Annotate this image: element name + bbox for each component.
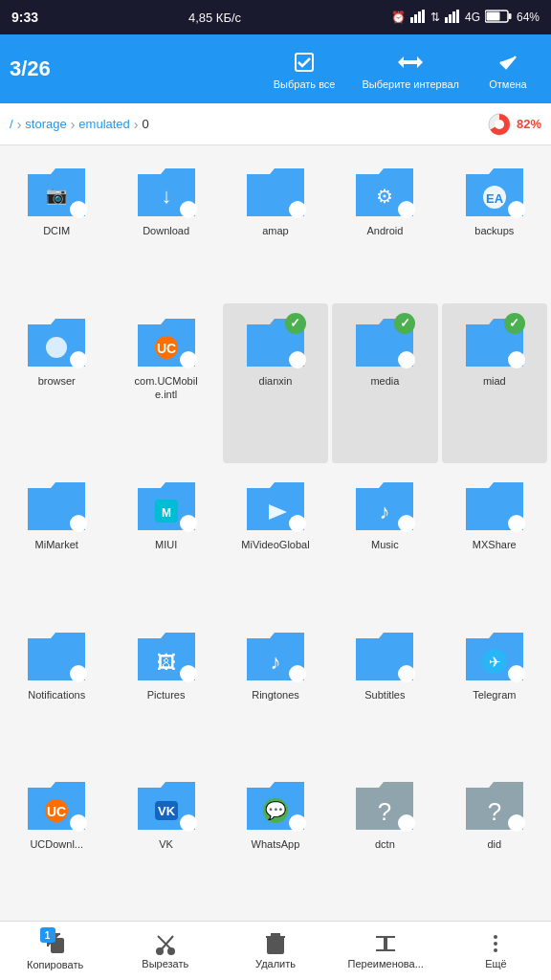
select-radio: [508, 351, 525, 368]
folder-item-browser[interactable]: browser: [4, 303, 109, 463]
copy-icon-wrap: 1: [44, 931, 67, 956]
breadcrumb-storage[interactable]: storage: [25, 117, 66, 131]
folder-label: UCDownl...: [30, 837, 83, 851]
folder-item-did[interactable]: ? did: [442, 767, 547, 913]
more-button[interactable]: Ещё: [441, 926, 551, 975]
network-speed: 4,85 КБ/с: [188, 11, 241, 25]
folder-item-dianxin[interactable]: dianxin: [223, 303, 328, 463]
svg-text:✈: ✈: [488, 654, 500, 670]
svg-rect-4: [445, 17, 448, 23]
action-bar: 3/26 Выбрать все Выберите интервал Отмен…: [0, 34, 551, 103]
svg-text:UC: UC: [156, 341, 175, 356]
svg-point-13: [495, 120, 504, 129]
storage-badge: 82%: [487, 112, 541, 137]
folder-label: MiVideoGlobal: [241, 538, 309, 551]
storage-pie-icon: [487, 112, 512, 137]
select-radio: [398, 665, 415, 682]
folder-label: Ringtones: [252, 688, 299, 702]
bottom-toolbar: 1 Копировать Вырезать Удалить: [0, 921, 551, 980]
svg-point-52: [494, 935, 497, 939]
action-buttons: Выбрать все Выберите интервал Отмена: [77, 43, 541, 96]
folder-wrap: ?: [462, 774, 527, 834]
folder-label: Telegram: [473, 688, 516, 702]
svg-text:📷: 📷: [46, 185, 68, 206]
delete-icon: [265, 932, 286, 955]
folder-label: Pictures: [147, 688, 186, 702]
folder-label: MIUI: [155, 538, 177, 551]
folder-item-dctn[interactable]: ? dctn: [332, 767, 437, 913]
folder-wrap: [24, 625, 89, 684]
select-radio: [180, 665, 197, 682]
rename-label: Переименова...: [348, 958, 424, 969]
folder-wrap: VK: [134, 774, 199, 834]
folder-item-pictures[interactable]: 🖼 Pictures: [113, 617, 218, 764]
breadcrumb-root[interactable]: /: [10, 117, 13, 131]
folder-wrap: 📷: [24, 161, 89, 220]
copy-button[interactable]: 1 Копировать: [0, 925, 110, 976]
folder-item-notifications[interactable]: Notifications: [4, 617, 109, 764]
folder-item-mivideoglobal[interactable]: MiVideoGlobal: [223, 467, 328, 613]
select-radio: [289, 515, 306, 532]
folder-wrap: [462, 475, 527, 534]
status-time: 9:33: [11, 10, 38, 25]
cut-button[interactable]: Вырезать: [110, 926, 220, 975]
svg-point-19: [46, 337, 67, 358]
svg-point-53: [494, 942, 497, 946]
rename-button[interactable]: Переименова...: [331, 926, 441, 975]
delete-button[interactable]: Удалить: [220, 926, 330, 975]
folder-item-dcim[interactable]: 📷 DCIM: [4, 153, 109, 300]
folder-item-amap[interactable]: amap: [223, 153, 328, 300]
folder-label: Subtitles: [364, 688, 405, 702]
breadcrumb-emulated[interactable]: emulated: [78, 117, 129, 131]
folder-item-miui[interactable]: M MIUI: [113, 467, 218, 613]
folder-item-mimarket[interactable]: MiMarket: [4, 467, 109, 613]
folder-wrap: UC: [134, 311, 199, 370]
svg-text:VK: VK: [158, 804, 176, 818]
folder-item-whatsapp[interactable]: 💬 WhatsApp: [223, 767, 328, 913]
folder-wrap: [352, 625, 417, 684]
breadcrumb-bar: / › storage › emulated › 0 82%: [0, 103, 551, 145]
cancel-button[interactable]: Отмена: [474, 43, 541, 96]
folder-item-ucdownl---[interactable]: UC UCDownl...: [4, 767, 109, 913]
copy-count-badge: 1: [40, 927, 55, 943]
folder-wrap: EA: [462, 161, 527, 220]
folder-item-miad[interactable]: miad: [442, 303, 547, 463]
folder-wrap: [24, 311, 89, 370]
select-interval-button[interactable]: Выберите интервал: [350, 43, 471, 96]
arrows-icon: ⇅: [430, 11, 440, 24]
folder-item-telegram[interactable]: ✈ Telegram: [442, 617, 547, 764]
svg-rect-6: [452, 11, 455, 23]
svg-text:EA: EA: [486, 191, 504, 206]
select-all-button[interactable]: Выбрать все: [262, 43, 347, 96]
folder-item-subtitles[interactable]: Subtitles: [332, 617, 437, 764]
folder-item-backups[interactable]: EA backups: [442, 153, 547, 300]
folder-item-mxshare[interactable]: MXShare: [442, 467, 547, 613]
folder-wrap: [462, 311, 527, 370]
folder-wrap: ↓: [134, 161, 199, 220]
folder-wrap: [243, 475, 308, 534]
folder-item-vk[interactable]: VK VK: [113, 767, 218, 913]
select-all-label: Выбрать все: [274, 78, 336, 90]
svg-text:?: ?: [378, 797, 391, 826]
battery-icon: [485, 10, 512, 26]
svg-rect-51: [387, 949, 395, 951]
cancel-label: Отмена: [489, 78, 526, 90]
folder-item-media[interactable]: media: [332, 303, 437, 463]
check-icon: [291, 49, 318, 76]
folder-item-ringtones[interactable]: ♪ Ringtones: [223, 617, 328, 764]
folder-item-music[interactable]: ♪ Music: [332, 467, 437, 613]
folder-item-com-ucmobile-intl[interactable]: UC com.UCMobile.intl: [113, 303, 218, 463]
copy-label: Копировать: [27, 959, 83, 970]
folder-label: amap: [262, 224, 289, 237]
rename-icon: [375, 932, 396, 955]
folder-item-android[interactable]: ⚙ Android: [332, 153, 437, 300]
svg-rect-49: [384, 936, 387, 951]
folder-label: VK: [159, 837, 173, 851]
folder-item-download[interactable]: ↓ Download: [113, 153, 218, 300]
selected-check: [504, 313, 525, 334]
folder-wrap: ?: [352, 774, 417, 834]
select-radio: [289, 351, 306, 368]
svg-rect-50: [376, 949, 384, 951]
select-radio: [508, 665, 525, 682]
select-radio: [508, 814, 525, 832]
